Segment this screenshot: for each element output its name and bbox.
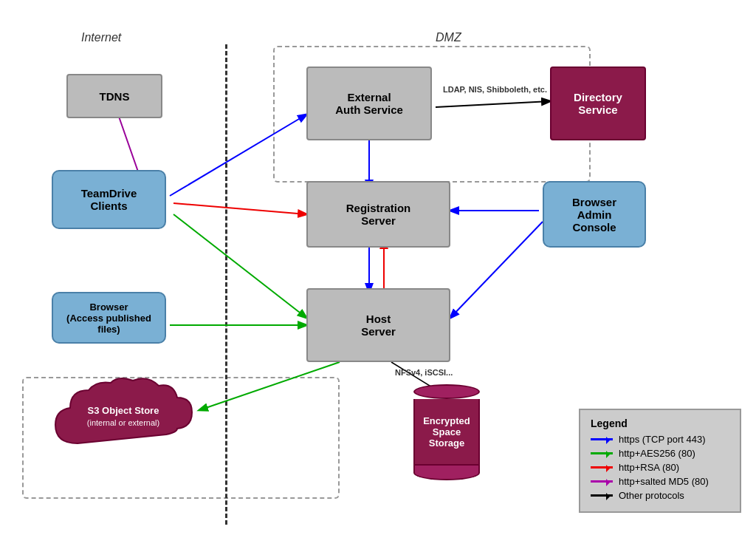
cylinder-top [413,384,480,399]
nfs-annotation: NFSv4, iSCSI... [395,368,453,377]
legend-box: Legend https (TCP port 443) http+AES256 … [579,409,741,513]
arrow-https [591,438,613,440]
svg-text:(internal or external): (internal or external) [87,418,159,427]
legend-item-rsa: http+RSA (80) [591,462,729,473]
legend-https-label: https (TCP port 443) [619,434,706,445]
legend-md5-label: http+salted MD5 (80) [619,476,709,487]
arrow-md5 [591,480,613,483]
tdns-box: TDNS [66,74,162,118]
cylinder-bottom [413,466,480,480]
registration-server-box: RegistrationServer [306,181,450,248]
legend-item-https: https (TCP port 443) [591,434,729,445]
svg-line-9 [450,222,543,318]
svg-line-10 [436,101,550,107]
svg-line-0 [170,115,306,196]
cylinder-body: Encrypted Space Storage [413,399,480,466]
arrow-aes [591,452,613,454]
legend-rsa-label: http+RSA (80) [619,462,679,473]
legend-item-md5: http+salted MD5 (80) [591,476,729,487]
arrow-other [591,494,613,497]
teamdrive-clients-box: TeamDriveClients [52,170,166,229]
svg-line-2 [173,214,306,318]
browser-access-box: Browser(Access publishedfiles) [52,292,166,344]
legend-item-other: Other protocols [591,490,729,501]
svg-line-11 [199,362,340,410]
svg-text:S3 Object Store: S3 Object Store [88,405,159,416]
legend-item-aes: http+AES256 (80) [591,448,729,459]
legend-aes-label: http+AES256 (80) [619,448,695,459]
svg-line-1 [173,203,306,214]
legend-other-label: Other protocols [619,490,684,501]
s3-cloud-svg: S3 Object Store (internal or external) [48,377,203,473]
ldap-annotation: LDAP, NIS, Shibboleth, etc. [443,85,547,94]
external-auth-box: ExternalAuth Service [306,67,432,140]
browser-admin-box: BrowserAdminConsole [543,181,646,248]
diagram-container: Internet DMZ [0,0,756,535]
encrypted-storage-label: Encrypted Space Storage [419,415,475,449]
host-server-box: HostServer [306,288,450,362]
encrypted-storage-cylinder: Encrypted Space Storage [413,384,480,480]
legend-title: Legend [591,418,729,429]
directory-service-box: DirectoryService [550,67,646,140]
arrow-rsa [591,466,613,468]
